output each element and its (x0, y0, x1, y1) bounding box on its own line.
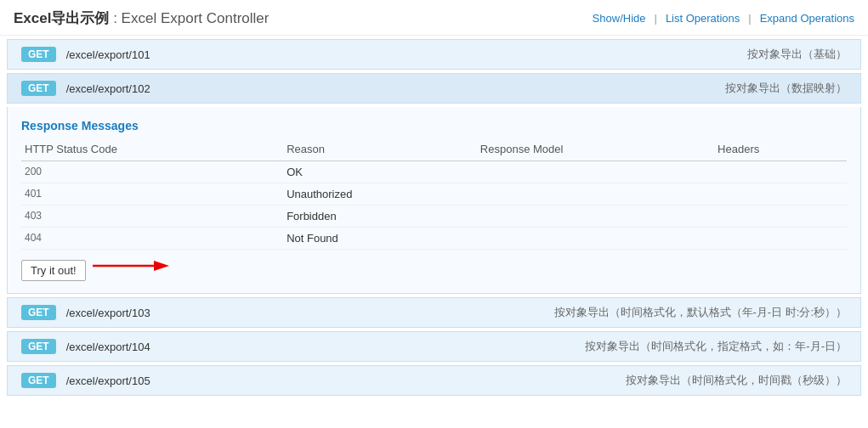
method-badge-103: GET (21, 305, 56, 320)
endpoint-desc-103: 按对象导出（时间格式化，默认格式（年-月-日 时:分:秒）） (554, 305, 848, 320)
response-messages-title: Response Messages (21, 119, 847, 132)
endpoint-path-104: /excel/export/104 (66, 341, 586, 353)
page-title: Excel导出示例 : Excel Export Controller (14, 8, 269, 28)
expanded-section-102: Response Messages HTTP Status Code Reaso… (7, 107, 861, 294)
show-hide-link[interactable]: Show/Hide (593, 12, 646, 25)
endpoint-path-102: /excel/export/102 (66, 82, 725, 95)
red-arrow-icon (93, 256, 169, 275)
endpoint-desc-102: 按对象导出（数据映射） (725, 81, 847, 96)
model-cell (477, 161, 714, 183)
reason-cell: Unauthorized (283, 183, 477, 206)
endpoint-row-103[interactable]: GET /excel/export/103 按对象导出（时间格式化，默认格式（年… (7, 297, 861, 328)
method-badge-101: GET (21, 47, 56, 62)
col-status: HTTP Status Code (21, 139, 283, 161)
svg-marker-1 (154, 261, 169, 271)
status-code-cell: 200 (21, 161, 283, 183)
method-badge-102: GET (21, 81, 56, 96)
endpoint-row-102[interactable]: GET /excel/export/102 按对象导出（数据映射） (7, 73, 861, 104)
list-operations-link[interactable]: List Operations (666, 12, 740, 25)
method-badge-104: GET (21, 339, 56, 354)
try-it-row: Try it out! (21, 250, 847, 281)
response-table: HTTP Status Code Reason Response Model H… (21, 139, 847, 250)
status-code-cell: 401 (21, 183, 283, 206)
col-model: Response Model (477, 139, 714, 161)
table-row: 403 Forbidden (21, 206, 847, 228)
table-row: 401 Unauthorized (21, 183, 847, 206)
headers-cell (714, 206, 847, 228)
reason-cell: OK (283, 161, 477, 183)
endpoint-row-104[interactable]: GET /excel/export/104 按对象导出（时间格式化，指定格式，如… (7, 331, 861, 362)
headers-cell (714, 183, 847, 206)
status-code-cell: 403 (21, 206, 283, 228)
col-reason: Reason (283, 139, 477, 161)
endpoint-path-101: /excel/export/101 (66, 48, 747, 61)
table-row: 200 OK (21, 161, 847, 183)
endpoint-row-105[interactable]: GET /excel/export/105 按对象导出（时间格式化，时间戳（秒级… (7, 365, 861, 396)
endpoint-desc-104: 按对象导出（时间格式化，指定格式，如：年-月-日） (585, 339, 847, 354)
endpoint-row-101[interactable]: GET /excel/export/101 按对象导出（基础） (7, 39, 861, 70)
top-bar: Excel导出示例 : Excel Export Controller Show… (0, 0, 868, 36)
method-badge-105: GET (21, 373, 56, 388)
top-actions: Show/Hide | List Operations | Expand Ope… (593, 12, 854, 25)
table-header-row: HTTP Status Code Reason Response Model H… (21, 139, 847, 161)
headers-cell (714, 228, 847, 250)
endpoint-desc-105: 按对象导出（时间格式化，时间戳（秒级）） (626, 373, 847, 388)
expand-operations-link[interactable]: Expand Operations (760, 12, 854, 25)
model-cell (477, 228, 714, 250)
model-cell (477, 206, 714, 228)
reason-cell: Forbidden (283, 206, 477, 228)
endpoint-desc-101: 按对象导出（基础） (747, 47, 847, 62)
try-it-button[interactable]: Try it out! (21, 260, 86, 281)
status-code-cell: 404 (21, 228, 283, 250)
table-row: 404 Not Found (21, 228, 847, 250)
model-cell (477, 183, 714, 206)
endpoint-path-105: /excel/export/105 (66, 374, 626, 387)
headers-cell (714, 161, 847, 183)
reason-cell: Not Found (283, 228, 477, 250)
endpoint-path-103: /excel/export/103 (66, 307, 554, 319)
col-headers: Headers (714, 139, 847, 161)
